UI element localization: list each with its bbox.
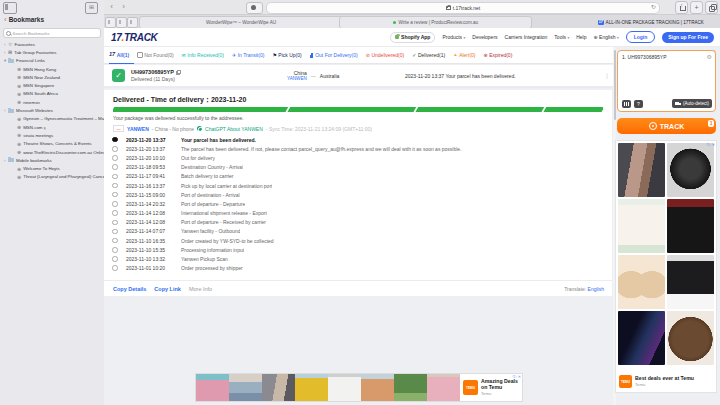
chatgpt-link[interactable]: ChatGPT About YANWEN xyxy=(205,126,263,132)
filter-tab[interactable]: In Transit(0) xyxy=(232,52,264,58)
help-button[interactable]: ? xyxy=(634,100,643,108)
new-tab-icon[interactable]: + xyxy=(690,1,703,14)
ad-product-image[interactable] xyxy=(196,374,229,401)
adchoices-icon[interactable]: ⓘ ✕ xyxy=(513,374,521,379)
event-time: 2023-11-18 09:53 xyxy=(126,164,181,170)
copy-icon[interactable] xyxy=(176,70,180,74)
status-filter-row: All(1) Not Found(0) Info Received(0) In … xyxy=(104,47,614,64)
reload-icon[interactable]: ↻ xyxy=(651,2,656,12)
back-button[interactable]: ‹ xyxy=(106,2,117,12)
filter-tab[interactable]: Not Found(0) xyxy=(137,52,173,58)
bookmark-icon xyxy=(8,41,12,47)
delivery-progress-bar xyxy=(113,107,603,112)
ad-product-image[interactable] xyxy=(667,255,714,309)
language-selector[interactable]: ⊕ English ▾ xyxy=(594,34,619,40)
signup-button[interactable]: Sign up For Free xyxy=(662,32,714,43)
filter-icon xyxy=(366,53,370,58)
ad-product-image[interactable] xyxy=(295,374,328,401)
shipment-status: Delivered (11 Days) xyxy=(131,76,251,82)
ad-product-image[interactable] xyxy=(667,143,714,197)
bookmark-item[interactable]: › Tab Group Favourites xyxy=(0,48,104,56)
filter-tab[interactable]: Undelivered(0) xyxy=(366,52,405,58)
address-bar[interactable]: t.17track.net xyxy=(266,2,660,14)
nav-products[interactable]: Products ▾ xyxy=(442,34,465,40)
back-chevron-icon[interactable]: ‹ xyxy=(4,15,7,24)
filter-tab[interactable]: All(1) xyxy=(109,52,129,58)
ad-product-image[interactable] xyxy=(618,199,665,253)
ad-product-image[interactable] xyxy=(618,311,665,365)
tab-group-icon[interactable]: ⊞ xyxy=(85,2,98,14)
bookmark-item[interactable]: MSN.com ç xyxy=(0,123,104,131)
nav-carriers-integration[interactable]: Carriers Integration xyxy=(505,34,548,40)
bookmark-item[interactable]: › Favourites xyxy=(0,40,104,48)
filter-tab[interactable]: Delivered(1) xyxy=(412,52,445,58)
track-button[interactable]: TRACK 1 xyxy=(617,118,716,134)
autodetect-button[interactable]: (Auto-detect) xyxy=(672,99,712,108)
scrollbar-thumb[interactable] xyxy=(614,50,616,120)
sidebar-toggle-icon[interactable] xyxy=(3,2,17,14)
row-more-icon[interactable]: ⋮ xyxy=(602,72,612,79)
login-button[interactable]: Login xyxy=(626,31,656,43)
bookmarks-search-input[interactable]: Search Bookmarks xyxy=(3,28,101,38)
copy-details-link[interactable]: Copy Details xyxy=(113,286,146,292)
copy-link-link[interactable]: Copy Link xyxy=(154,286,181,292)
ad-footer[interactable]: TEMU Best deals ever at Temu Temu xyxy=(619,375,713,388)
bookmark-item[interactable]: Theatre Shows, Concerts & Events xyxy=(0,140,104,148)
ad-product-image[interactable] xyxy=(618,143,665,197)
screen: ⊞ ‹ Bookmarks Search Bookmarks › Favouri… xyxy=(0,0,720,405)
17track-logo[interactable]: 17.TRACK xyxy=(111,32,158,43)
window-button-1[interactable] xyxy=(105,17,116,28)
shopify-app-button[interactable]: Shopify App xyxy=(390,32,435,43)
bookmark-item[interactable]: Gynexin – Gynecomastia Treatment – Male.… xyxy=(0,115,104,123)
bookmark-item[interactable]: MSN South Africa xyxy=(0,90,104,98)
bookmark-item[interactable]: MSN Hong Kong xyxy=(0,65,104,73)
filter-tab[interactable]: Alert(0) xyxy=(453,52,475,58)
banner-temu-panel[interactable]: ⓘ ✕ TEMU Amazing Deals on Temu Temu xyxy=(460,374,522,401)
bookmark-item[interactable]: › Microsoft Websites xyxy=(0,106,104,114)
ad-product-image[interactable] xyxy=(618,255,665,309)
ad-brand: Temu xyxy=(635,382,694,387)
bookmark-item[interactable]: Welcome To Hoyts xyxy=(0,164,104,172)
bookmark-item[interactable]: strata meetings xyxy=(0,131,104,139)
shipment-row[interactable]: ✓ UH997306895YP Delivered (11 Days) Chin… xyxy=(104,65,614,88)
origin-carrier-link[interactable]: YANWEN xyxy=(287,76,307,81)
bookmark-item[interactable]: www.TheElectricDiscounter.com.au Online.… xyxy=(0,148,104,156)
ad-product-image[interactable] xyxy=(667,311,714,365)
bookmark-item[interactable]: ▾ Financial Links xyxy=(0,57,104,65)
ad-product-image[interactable] xyxy=(427,374,460,401)
filter-tab[interactable]: Expired(0) xyxy=(484,52,513,58)
tab-overview-icon[interactable] xyxy=(705,1,718,14)
ad-product-image[interactable] xyxy=(361,374,394,401)
nav-tools[interactable]: Tools ▾ xyxy=(554,34,569,40)
bookmark-item[interactable]: MSN Singapore xyxy=(0,81,104,89)
filter-tab[interactable]: Pick Up(0) xyxy=(272,52,301,58)
ad-product-image[interactable] xyxy=(229,374,262,401)
forward-button[interactable]: › xyxy=(118,2,129,12)
adchoices-icon[interactable]: ⓘ ✕ xyxy=(707,142,715,147)
bookmark-item[interactable]: MSN New Zealand xyxy=(0,73,104,81)
ad-product-image[interactable] xyxy=(262,374,295,401)
bookmark-item[interactable]: Throat (Laryngeal and Pharyngeal) Cance.… xyxy=(0,173,104,181)
more-info-link[interactable]: More Info xyxy=(189,286,212,292)
ad-product-image[interactable] xyxy=(394,374,427,401)
gear-icon[interactable]: ⚙ xyxy=(707,53,712,60)
bookmark-icon xyxy=(8,109,14,113)
filter-tab[interactable]: Out For Delivery(0) xyxy=(310,52,358,58)
translate-control[interactable]: Translate: English xyxy=(564,286,604,292)
bookmark-item[interactable]: ninemsn xyxy=(0,98,104,106)
tracking-input-panel[interactable]: 1. UH997306895YP ⚙ ? (Auto-detect) xyxy=(617,50,716,112)
bookmark-item[interactable]: › Mobile bookmarks xyxy=(0,156,104,164)
filter-tab[interactable]: Info Received(0) xyxy=(182,52,224,58)
sidebar-ad[interactable]: ⓘ ✕ xyxy=(615,140,717,393)
nav-developers[interactable]: Developers xyxy=(472,34,497,40)
ad-product-image[interactable] xyxy=(667,199,714,253)
barcode-scan-button[interactable] xyxy=(622,100,631,108)
nav-help[interactable]: Help xyxy=(576,34,586,40)
window-button-2[interactable] xyxy=(116,17,127,28)
carrier-name-link[interactable]: YANWEN xyxy=(127,126,149,132)
window-button-3[interactable] xyxy=(127,17,138,28)
share-icon[interactable] xyxy=(675,1,688,14)
ad-product-image[interactable] xyxy=(328,374,361,401)
extension-icon[interactable] xyxy=(246,2,263,14)
banner-ad[interactable]: ⓘ ✕ TEMU Amazing Deals on Temu Temu xyxy=(195,373,523,402)
